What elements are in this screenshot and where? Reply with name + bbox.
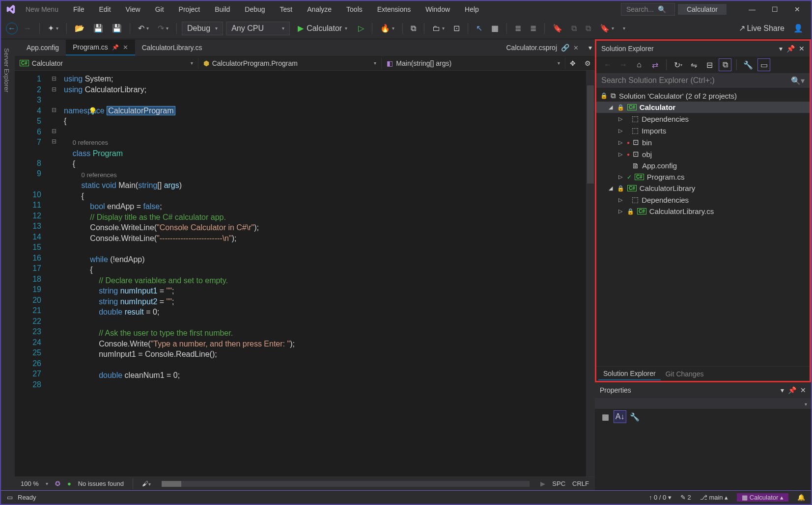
tab-git-changes[interactable]: Git Changes (661, 368, 709, 380)
menu-debug[interactable]: Debug (239, 3, 271, 15)
close-icon[interactable]: ✕ (800, 386, 806, 394)
solution-tree[interactable]: 🔒⧉Solution 'Calculator' (2 of 2 projects… (596, 88, 810, 366)
menu-build[interactable]: Build (209, 3, 236, 15)
indent-more-button[interactable]: ≣ (527, 22, 539, 35)
intellicode-icon[interactable]: ✪ (55, 480, 60, 487)
notifications-icon[interactable]: 🔔 (797, 494, 805, 501)
nav-member[interactable]: ◧Main(string[] args)▾ (382, 57, 565, 69)
search-box[interactable]: Search... 🔍 (621, 3, 675, 16)
props-combo-icon[interactable]: ▾ (805, 401, 807, 407)
issues-label[interactable]: No issues found (78, 480, 124, 487)
output-icon[interactable]: ▭ (7, 494, 13, 501)
start-nodebug-button[interactable]: ▷ (355, 22, 367, 35)
sync-icon[interactable]: ↻▾ (672, 58, 684, 71)
node-program-cs[interactable]: ▷✓C#Program.cs (596, 171, 810, 183)
hot-reload-button[interactable]: 🔥▾ (377, 22, 397, 35)
code-content[interactable]: using System; using CalculatorLibrary; n… (59, 71, 595, 477)
bookmark-next-button[interactable]: ⧉ (583, 22, 594, 35)
node-imports[interactable]: ▷ ⬚Imports (596, 125, 810, 136)
menu-view[interactable]: View (120, 3, 146, 15)
show-all-files-icon[interactable]: ⧉ (719, 58, 731, 71)
git-fetch-status[interactable]: ↑ 0 / 0 ▾ (649, 494, 672, 501)
alphabetical-icon[interactable]: A↓ (614, 410, 626, 423)
account-icon[interactable]: 👤 (790, 22, 806, 35)
nav-project[interactable]: C#Calculator▾ (15, 57, 198, 69)
git-pending[interactable]: ✎ 2 (680, 494, 691, 501)
zoom-level[interactable]: 100 % (21, 480, 39, 487)
lightbulb-icon[interactable]: 💡 (88, 107, 97, 115)
node-dependencies[interactable]: ▷ ⬚Dependencies (596, 113, 810, 125)
browser-link-button[interactable]: ⧉ (408, 22, 419, 35)
close-icon[interactable]: ✕ (573, 44, 579, 52)
undo-button[interactable]: ↶▾ (135, 22, 152, 35)
preview-icon[interactable]: ▭ (757, 58, 770, 71)
tab-calculatorlibrary-cs[interactable]: CalculatorLibrary.cs (135, 40, 209, 55)
menu-help[interactable]: Help (459, 3, 485, 15)
spacing-label[interactable]: SPC (552, 480, 565, 487)
save-all-button[interactable]: 💾 (109, 22, 125, 35)
new-item-button[interactable]: ✦▾ (45, 22, 61, 35)
line-ending-label[interactable]: CRLF (572, 480, 589, 487)
close-icon[interactable]: ✕ (123, 44, 128, 51)
tab-overflow[interactable]: ▾ (586, 40, 595, 55)
tab-calculator-csproj[interactable]: Calculator.csproj🔗✕ (500, 40, 586, 55)
node-appconfig[interactable]: 🗎App.config (596, 160, 810, 171)
vertical-scrollbar[interactable] (586, 71, 595, 477)
git-branch[interactable]: ⎇ main ▴ (700, 494, 728, 501)
home-icon[interactable]: ⌂ (633, 58, 645, 71)
forward-icon[interactable]: → (617, 58, 630, 71)
project-calculatorlibrary[interactable]: ◢🔒C#CalculatorLibrary (596, 183, 810, 194)
bookmark-prev-button[interactable]: ⧉ (568, 22, 580, 35)
open-folder-button[interactable]: 📂 (72, 22, 87, 35)
pin-icon[interactable]: 📌 (112, 44, 119, 51)
git-repo-badge[interactable]: ▦ Calculator ▴ (737, 493, 788, 502)
nav-gear-icon[interactable]: ⚙ (580, 59, 595, 67)
menu-window[interactable]: Window (420, 3, 456, 15)
project-calculator[interactable]: ◢🔒C#Calculator (596, 102, 810, 113)
menu-git[interactable]: Git (149, 3, 170, 15)
panel-dropdown-icon[interactable]: ▾ (779, 45, 783, 53)
node-dependencies-2[interactable]: ▷ ⬚Dependencies (596, 194, 810, 206)
config-selector[interactable]: Debug▾ (182, 22, 223, 35)
layout-icon[interactable]: ▦ (488, 22, 502, 35)
node-bin[interactable]: ▷●⊡bin (596, 136, 810, 148)
back-icon[interactable]: ← (601, 58, 614, 71)
node-calculatorlibrary-cs[interactable]: ▷🔒C#CalculatorLibrary.cs (596, 206, 810, 217)
toolbar-overflow[interactable]: ▾ (620, 22, 628, 35)
pin-icon[interactable]: 📌 (786, 45, 795, 53)
indent-less-button[interactable]: ≣ (512, 22, 524, 35)
fold-column[interactable]: ⊟⊟⊟⊟⊟ (49, 71, 59, 477)
menu-analyze[interactable]: Analyze (301, 3, 337, 15)
start-debug-button[interactable]: ▶Calculator▾ (293, 22, 352, 35)
menu-project[interactable]: Project (173, 3, 206, 15)
redo-button[interactable]: ↷▾ (155, 22, 171, 35)
server-explorer-tab[interactable]: Server Explorer (1, 43, 12, 490)
close-icon[interactable]: ✕ (799, 45, 805, 53)
brush-icon[interactable]: 🖌▾ (142, 480, 151, 487)
code-editor[interactable]: 1234567891011121314151617181920212223242… (15, 71, 595, 477)
menu-extensions[interactable]: Extensions (371, 3, 417, 15)
collapse-all-icon[interactable]: ⊟ (703, 58, 716, 71)
nav-scope[interactable]: ⬢CalculatorProgram.Program▾ (198, 57, 382, 69)
maximize-button[interactable]: ☐ (765, 2, 784, 17)
nav-forward-button[interactable]: → (21, 22, 34, 35)
live-share-button[interactable]: ↗ Live Share (736, 22, 788, 35)
nav-split-icon[interactable]: ✥ (565, 59, 580, 67)
menu-file[interactable]: File (67, 3, 90, 15)
filter-icon[interactable]: ⇋ (687, 58, 700, 71)
menu-test[interactable]: Test (274, 3, 299, 15)
categorized-icon[interactable]: ▦ (599, 410, 612, 423)
tb-extra-1[interactable]: ⊡ (450, 22, 463, 35)
tab-solution-explorer[interactable]: Solution Explorer (598, 368, 661, 380)
pin-icon[interactable]: 📌 (788, 386, 796, 394)
bookmark-dd[interactable]: 🔖▾ (597, 22, 617, 35)
solution-search-box[interactable]: Search Solution Explorer (Ctrl+;) 🔍▾ (596, 73, 810, 88)
panel-dropdown-icon[interactable]: ▾ (781, 386, 784, 394)
property-pages-icon[interactable]: 🔧 (628, 410, 641, 423)
node-obj[interactable]: ▷●⊡obj (596, 148, 810, 160)
switch-views-icon[interactable]: ⇄ (648, 58, 661, 71)
find-in-files-button[interactable]: 🗀▾ (429, 22, 448, 35)
save-button[interactable]: 💾 (90, 22, 106, 35)
menu-new[interactable]: New Menu (20, 3, 64, 15)
cursor-icon[interactable]: ↖ (473, 22, 485, 35)
